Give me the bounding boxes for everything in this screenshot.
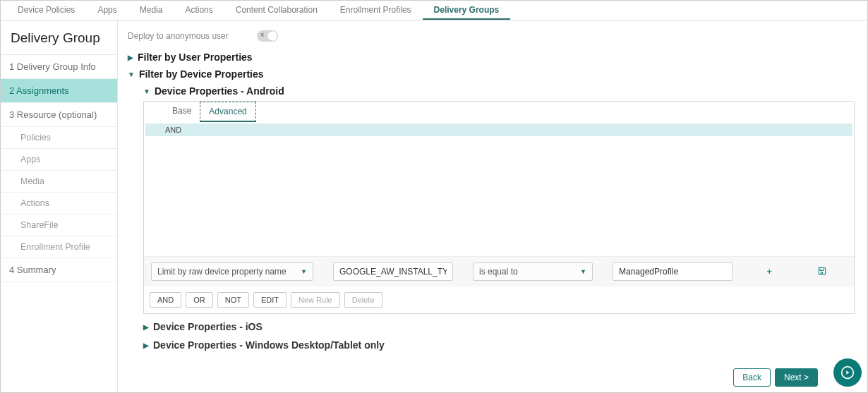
tab-enrollment-profiles[interactable]: Enrollment Profiles <box>329 1 423 20</box>
substep-media[interactable]: Media <box>1 171 117 193</box>
tab-actions[interactable]: Actions <box>174 1 224 20</box>
chevron-down-icon: ▼ <box>143 87 150 95</box>
step-assignments[interactable]: 2 Assignments <box>1 79 117 103</box>
device-windows-label: Device Properties - Windows Desktop/Tabl… <box>153 339 385 351</box>
tab-device-policies[interactable]: Device Policies <box>6 1 86 20</box>
limit-by-select[interactable]: Limit by raw device property name ▼ <box>151 262 313 281</box>
back-button[interactable]: Back <box>733 368 771 387</box>
substep-actions[interactable]: Actions <box>1 193 117 214</box>
limit-by-value: Limit by raw device property name <box>157 267 287 277</box>
new-rule-button[interactable]: New Rule <box>291 292 340 308</box>
save-rule-icon[interactable] <box>817 266 827 278</box>
substep-enrollment-profile[interactable]: Enrollment Profile <box>1 236 117 258</box>
filter-user-label: Filter by User Properties <box>138 52 253 63</box>
filter-device-properties[interactable]: ▼ Filter by Device Properties <box>128 68 855 80</box>
filter-device-label: Filter by Device Properties <box>139 68 264 80</box>
deploy-row: Deploy to anonymous user × <box>128 30 855 42</box>
operator-value: is equal to <box>479 267 518 277</box>
tab-advanced[interactable]: Advanced <box>200 102 255 122</box>
filter-user-properties[interactable]: ▶ Filter by User Properties <box>128 52 855 63</box>
substep-policies[interactable]: Policies <box>1 127 117 149</box>
rule-tabs: Base Advanced <box>144 102 854 122</box>
rule-area <box>144 136 854 256</box>
add-rule-icon[interactable]: + <box>766 266 772 278</box>
chevron-right-icon: ▶ <box>143 341 149 349</box>
rule-editor: Limit by raw device property name ▼ is e… <box>144 256 854 286</box>
or-button[interactable]: OR <box>186 292 213 308</box>
chevron-down-icon: ▼ <box>301 268 307 275</box>
not-button[interactable]: NOT <box>217 292 249 308</box>
next-button[interactable]: Next > <box>775 368 818 387</box>
substep-apps[interactable]: Apps <box>1 149 117 171</box>
and-button[interactable]: AND <box>150 292 181 308</box>
content: Deploy to anonymous user × ▶ Filter by U… <box>118 20 867 392</box>
device-properties-ios[interactable]: ▶ Device Properties - iOS <box>143 321 855 332</box>
device-android-label: Device Properties - Android <box>155 85 284 97</box>
tab-apps[interactable]: Apps <box>86 1 128 20</box>
logic-row: AND OR NOT EDIT New Rule Delete <box>144 286 854 313</box>
arrow-icon <box>840 365 855 380</box>
tab-base[interactable]: Base <box>164 102 200 122</box>
help-fab[interactable] <box>833 358 862 387</box>
property-name-input[interactable] <box>333 262 453 281</box>
device-properties-android[interactable]: ▼ Device Properties - Android <box>143 85 855 97</box>
top-nav: Device Policies Apps Media Actions Conte… <box>1 1 867 20</box>
substep-sharefile[interactable]: ShareFile <box>1 214 117 236</box>
step-delivery-group-info[interactable]: 1 Delivery Group Info <box>1 55 117 79</box>
operator-select[interactable]: is equal to ▼ <box>473 262 593 281</box>
device-properties-windows[interactable]: ▶ Device Properties - Windows Desktop/Ta… <box>143 339 855 351</box>
step-summary[interactable]: 4 Summary <box>1 258 117 282</box>
device-ios-label: Device Properties - iOS <box>153 321 263 332</box>
chevron-down-icon: ▼ <box>580 268 586 275</box>
chevron-right-icon: ▶ <box>143 323 149 331</box>
chevron-down-icon: ▼ <box>128 71 135 78</box>
delete-button[interactable]: Delete <box>344 292 382 308</box>
sidebar-title: Delivery Group <box>1 20 117 55</box>
tab-content-collaboration[interactable]: Content Collaboration <box>224 1 329 20</box>
tab-delivery-groups[interactable]: Delivery Groups <box>423 1 511 20</box>
edit-button[interactable]: EDIT <box>253 292 287 308</box>
android-rule-box: Base Advanced AND Limit by raw device pr… <box>143 101 855 314</box>
deploy-label: Deploy to anonymous user <box>128 31 229 41</box>
deploy-toggle[interactable]: × <box>257 30 278 42</box>
step-resource[interactable]: 3 Resource (optional) <box>1 103 117 127</box>
and-bar[interactable]: AND <box>145 123 852 136</box>
tab-media[interactable]: Media <box>128 1 174 20</box>
chevron-right-icon: ▶ <box>128 54 133 61</box>
toggle-off-icon: × <box>260 31 265 39</box>
sidebar: Delivery Group 1 Delivery Group Info 2 A… <box>1 20 118 392</box>
value-input[interactable] <box>613 262 733 281</box>
